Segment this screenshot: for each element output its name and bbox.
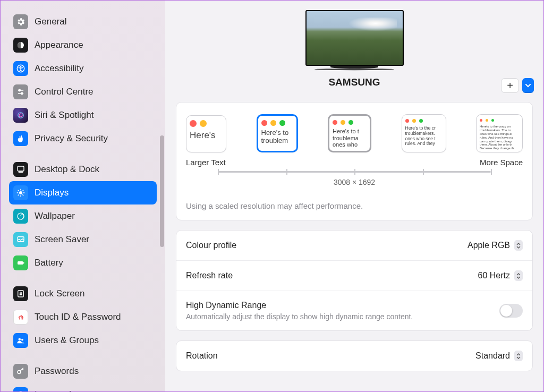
rotation-popup[interactable]: Standard — [475, 351, 523, 361]
appearance-icon — [13, 38, 28, 53]
sidebar-item-label: Displays — [35, 188, 69, 198]
hdr-label: High Dynamic Range — [186, 301, 413, 310]
sidebar-item-general[interactable]: General — [9, 10, 157, 33]
sidebar-item-label: Siri & Spotlight — [35, 110, 94, 121]
sidebar-item-lock-screen[interactable]: Lock Screen — [9, 282, 157, 305]
refresh-rate-label: Refresh rate — [186, 271, 233, 280]
svg-point-17 — [21, 339, 23, 341]
svg-point-9 — [19, 191, 22, 194]
svg-point-2 — [20, 66, 22, 67]
sidebar-item-label: Screen Saver — [35, 234, 89, 245]
sidebar-item-privacy-security[interactable]: Privacy & Security — [9, 127, 157, 150]
sidebar-scrollbar[interactable] — [160, 135, 164, 247]
sidebar-item-users-groups[interactable]: Users & Groups — [9, 329, 157, 352]
sidebar-item-label: Touch ID & Password — [35, 312, 121, 322]
users-icon — [13, 333, 28, 348]
hdr-sublabel: Automatically adjust the display to show… — [186, 312, 413, 321]
sidebar-item-label: Desktop & Dock — [35, 164, 99, 175]
svg-point-16 — [19, 338, 21, 341]
scaled-warning: Using a scaled resolution may affect per… — [186, 201, 523, 210]
fingerprint-icon — [13, 310, 28, 325]
updown-icon — [514, 240, 523, 251]
display-settings-panel: Colour profile Apple RGB Refresh rate 60… — [176, 230, 533, 331]
svg-point-3 — [19, 89, 20, 91]
svg-rect-7 — [18, 166, 24, 171]
hdr-toggle[interactable] — [499, 304, 523, 318]
svg-point-5 — [18, 113, 24, 118]
sidebar-item-label: Battery — [35, 258, 63, 268]
key-icon — [13, 364, 28, 379]
sidebar-item-desktop-dock[interactable]: Desktop & Dock — [9, 158, 157, 181]
lock-screen-icon — [13, 286, 28, 301]
resolution-value: 3008 × 1692 — [186, 178, 523, 186]
sidebar-item-label: Appearance — [35, 40, 83, 50]
svg-point-4 — [21, 92, 23, 94]
hdr-row: High Dynamic Range Automatically adjust … — [176, 291, 532, 330]
updown-icon — [514, 351, 523, 361]
more-space-label: More Space — [480, 158, 523, 167]
sidebar-item-accessibility[interactable]: Accessibility — [9, 57, 157, 80]
colour-profile-popup[interactable]: Apple RGB — [468, 240, 523, 251]
resolution-panel: Here's Here's to troublem Here's to t tr… — [176, 102, 533, 220]
dock-icon — [13, 162, 28, 177]
chevron-down-icon — [525, 83, 531, 88]
larger-text-label: Larger Text — [186, 158, 226, 167]
display-name: SAMSUNG — [328, 76, 380, 88]
sidebar-item-label: Users & Groups — [35, 335, 99, 346]
at-icon — [13, 387, 28, 391]
add-display-button[interactable]: + — [501, 78, 519, 93]
colour-profile-label: Colour profile — [186, 241, 236, 250]
refresh-rate-row: Refresh rate 60 Hertz — [176, 261, 532, 291]
sidebar-item-label: Control Centre — [35, 87, 94, 97]
colour-profile-row: Colour profile Apple RGB — [176, 231, 532, 261]
svg-rect-8 — [19, 172, 23, 173]
control-centre-icon — [13, 84, 28, 99]
sidebar-item-appearance[interactable]: Appearance — [9, 33, 157, 57]
display-thumbnail — [305, 10, 404, 66]
refresh-rate-popup[interactable]: 60 Hertz — [478, 270, 523, 281]
battery-icon — [13, 255, 28, 270]
sidebar-item-label: General — [35, 16, 66, 27]
siri-icon — [13, 108, 28, 123]
rotation-row: Rotation Standard — [176, 341, 532, 371]
sidebar-item-label: Internet Accounts — [35, 389, 104, 391]
sidebar-item-wallpaper[interactable]: Wallpaper — [9, 204, 157, 228]
resolution-option-5[interactable]: Here's to the crazy on troublemakers. Th… — [476, 114, 523, 152]
sidebar-item-touchid-password[interactable]: Touch ID & Password — [9, 305, 157, 329]
gear-icon — [13, 14, 28, 29]
svg-rect-12 — [18, 261, 23, 265]
sidebar-item-siri-spotlight[interactable]: Siri & Spotlight — [9, 104, 157, 127]
sidebar-item-label: Lock Screen — [35, 288, 85, 299]
sidebar-item-displays[interactable]: Displays — [9, 181, 157, 204]
resolution-option-4[interactable]: Here's to the cr troublemakers. ones who… — [402, 114, 446, 152]
wallpaper-icon — [13, 209, 28, 224]
resolution-slider[interactable] — [218, 171, 491, 173]
sidebar-item-label: Accessibility — [35, 63, 84, 74]
sidebar-item-label: Wallpaper — [35, 211, 75, 221]
add-display-dropdown[interactable] — [522, 78, 534, 93]
main-content: SAMSUNG + Here's Here's to troublem — [165, 1, 543, 391]
monitor-base — [314, 69, 394, 71]
sidebar-item-control-centre[interactable]: Control Centre — [9, 80, 157, 104]
displays-icon — [13, 185, 28, 200]
sidebar-item-passwords[interactable]: Passwords — [9, 360, 157, 383]
sidebar-item-internet-accounts[interactable]: Internet Accounts — [9, 383, 157, 391]
rotation-panel: Rotation Standard — [176, 340, 533, 371]
screen-saver-icon — [13, 232, 28, 247]
svg-rect-13 — [23, 262, 24, 264]
resolution-option-3[interactable]: Here's to t troublema ones who — [328, 114, 371, 152]
sidebar: General Appearance Accessibility Control… — [1, 1, 165, 391]
sidebar-item-label: Privacy & Security — [35, 133, 108, 144]
resolution-option-2[interactable]: Here's to troublem — [257, 114, 298, 152]
accessibility-icon — [13, 61, 28, 76]
resolution-option-1[interactable]: Here's — [186, 115, 226, 152]
svg-rect-15 — [20, 293, 22, 295]
sidebar-item-label: Passwords — [35, 366, 79, 377]
svg-point-6 — [19, 114, 22, 117]
updown-icon — [514, 270, 523, 281]
sidebar-item-screen-saver[interactable]: Screen Saver — [9, 228, 157, 251]
sidebar-item-battery[interactable]: Battery — [9, 251, 157, 275]
hand-icon — [13, 131, 28, 146]
rotation-label: Rotation — [186, 351, 218, 361]
